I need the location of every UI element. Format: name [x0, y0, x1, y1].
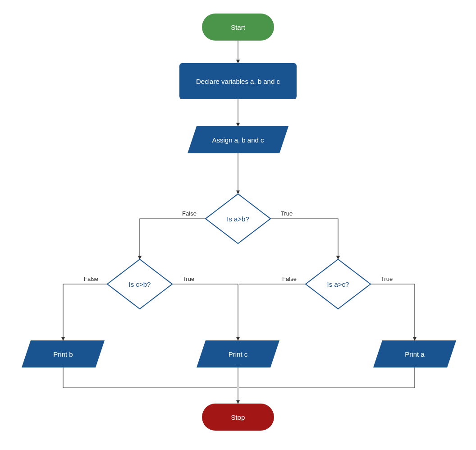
node-print-c: Print c [197, 340, 279, 367]
edge-dcb-printc [171, 284, 238, 340]
edge-dab-dac [270, 219, 338, 259]
edge-label-dac-true: True [381, 276, 393, 282]
node-print-b-label: Print b [53, 350, 73, 358]
edge-label-dcb-true: True [183, 276, 194, 282]
node-decision-cb-label: Is c>b? [129, 280, 151, 288]
node-start-label: Start [231, 23, 246, 31]
edge-printa-stop-h [239, 367, 415, 388]
node-assign: Assign a, b and c [188, 126, 288, 153]
edge-dab-dcb [140, 219, 206, 259]
node-print-b: Print b [22, 340, 105, 367]
node-print-c-label: Print c [229, 350, 248, 358]
node-declare: Declare variables a, b and c [179, 63, 297, 99]
node-declare-label: Declare variables a, b and c [196, 78, 280, 85]
edge-dcb-printb [63, 284, 108, 340]
node-start: Start [202, 14, 274, 41]
node-print-a-label: Print a [405, 350, 425, 358]
node-stop-label: Stop [231, 413, 245, 421]
edge-label-dab-true: True [281, 210, 293, 217]
edge-label-dac-false: False [282, 276, 297, 282]
node-decision-ab-label: Is a>b? [227, 215, 249, 223]
edge-printb-stop-h [63, 367, 237, 388]
edge-label-dcb-false: False [84, 276, 98, 282]
flowchart-canvas: False True False True False True Start D… [0, 0, 476, 450]
node-decision-cb: Is c>b? [107, 259, 172, 309]
node-print-a: Print a [373, 340, 456, 367]
edge-dac-printa [370, 284, 415, 340]
node-decision-ab: Is a>b? [206, 194, 270, 243]
node-assign-label: Assign a, b and c [212, 136, 264, 144]
edge-label-dab-false: False [182, 210, 197, 217]
node-decision-ac: Is a>c? [306, 259, 371, 309]
node-stop: Stop [202, 404, 274, 431]
node-decision-ac-label: Is a>c? [327, 280, 349, 288]
